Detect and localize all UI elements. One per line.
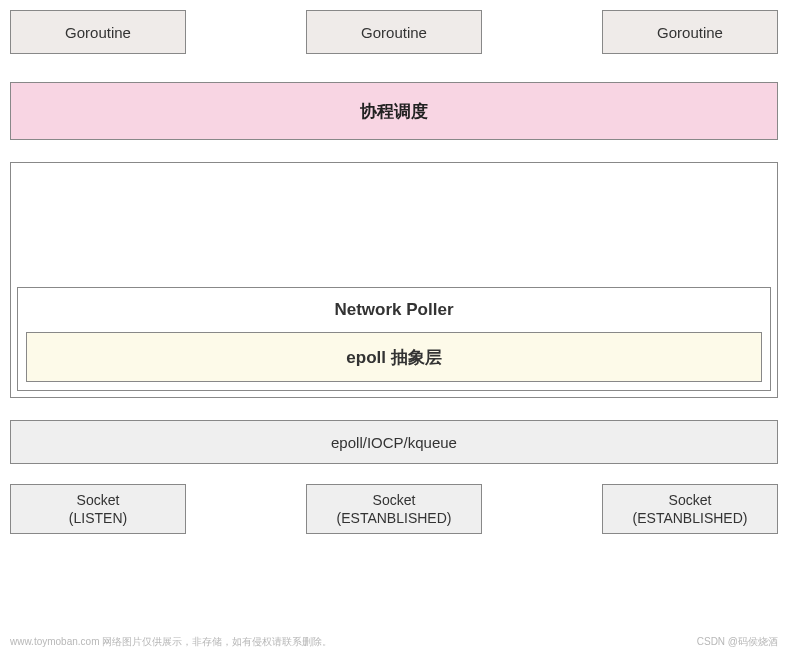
socket-state: (ESTANBLISHED)	[633, 509, 748, 527]
goroutine-label: Goroutine	[361, 24, 427, 41]
os-layer-box: epoll/IOCP/kqueue	[10, 420, 778, 464]
socket-box-established-2: Socket (ESTANBLISHED)	[602, 484, 778, 534]
socket-state: (LISTEN)	[69, 509, 127, 527]
network-poller-title: Network Poller	[26, 300, 762, 320]
runtime-container: Network Poller epoll 抽象层	[10, 162, 778, 398]
network-poller-box: Network Poller epoll 抽象层	[17, 287, 771, 391]
socket-name: Socket	[373, 491, 416, 509]
socket-box-listen: Socket (LISTEN)	[10, 484, 186, 534]
scheduler-box: 协程调度	[10, 82, 778, 140]
goroutine-box-2: Goroutine	[306, 10, 482, 54]
socket-box-established-1: Socket (ESTANBLISHED)	[306, 484, 482, 534]
epoll-abstract-label: epoll 抽象层	[346, 346, 441, 369]
socket-name: Socket	[77, 491, 120, 509]
os-layer-label: epoll/IOCP/kqueue	[331, 434, 457, 451]
watermark-right: CSDN @码侯烧酒	[697, 635, 778, 649]
goroutine-label: Goroutine	[657, 24, 723, 41]
socket-row: Socket (LISTEN) Socket (ESTANBLISHED) So…	[10, 484, 778, 534]
epoll-abstract-box: epoll 抽象层	[26, 332, 762, 382]
scheduler-label: 协程调度	[360, 100, 428, 123]
goroutine-row: Goroutine Goroutine Goroutine	[10, 10, 778, 54]
socket-state: (ESTANBLISHED)	[337, 509, 452, 527]
watermark-left: www.toymoban.com 网络图片仅供展示，非存储，如有侵权请联系删除。	[10, 635, 332, 649]
socket-name: Socket	[669, 491, 712, 509]
goroutine-box-1: Goroutine	[10, 10, 186, 54]
runtime-spacer	[17, 169, 771, 287]
watermark-row: www.toymoban.com 网络图片仅供展示，非存储，如有侵权请联系删除。…	[10, 635, 778, 649]
goroutine-box-3: Goroutine	[602, 10, 778, 54]
goroutine-label: Goroutine	[65, 24, 131, 41]
